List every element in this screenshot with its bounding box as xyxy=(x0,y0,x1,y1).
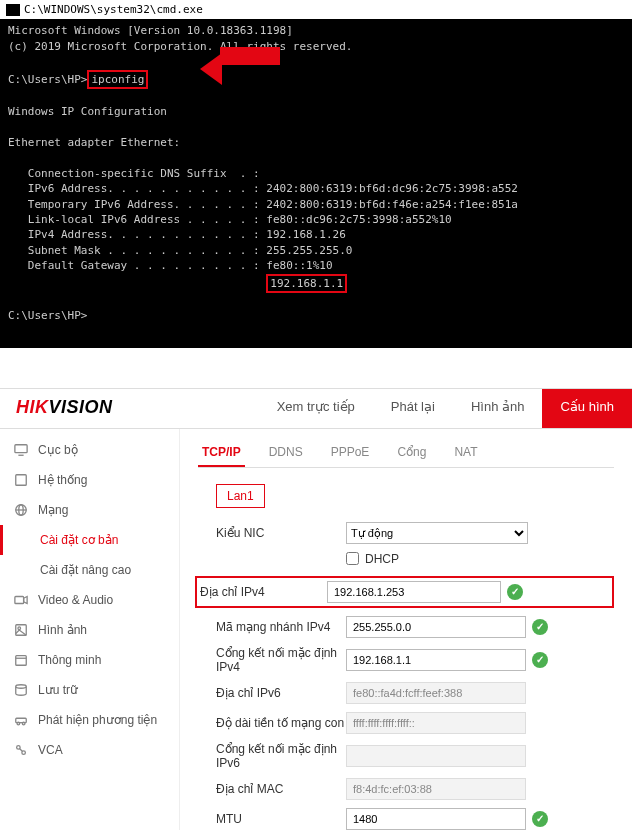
label-mtu: MTU xyxy=(216,812,346,826)
cmd-copyright: (c) 2019 Microsoft Corporation. All righ… xyxy=(8,39,624,54)
sidebar-item-advanced[interactable]: Cài đặt nâng cao xyxy=(0,555,179,585)
check-icon xyxy=(532,619,548,635)
vca-icon xyxy=(14,743,28,757)
cmd-gateway1: Default Gateway . . . . . . . . . : fe80… xyxy=(8,258,624,273)
cmd-title-text: C:\WINDOWS\system32\cmd.exe xyxy=(24,2,203,17)
sidebar-label: VCA xyxy=(38,743,63,757)
hik-nav: Xem trực tiếp Phát lại Hình ảnh Cấu hình xyxy=(259,389,632,428)
nav-live[interactable]: Xem trực tiếp xyxy=(259,389,373,428)
cmd-ipv6: IPv6 Address. . . . . . . . . . . : 2402… xyxy=(8,181,624,196)
label-ipv4: Địa chỉ IPv4 xyxy=(200,585,327,599)
sidebar-item-smart[interactable]: Thông minh xyxy=(0,645,179,675)
tab-port[interactable]: Cổng xyxy=(393,439,430,467)
svg-point-9 xyxy=(18,627,21,630)
row-nic: Kiểu NIC Tự động xyxy=(198,522,614,544)
content: TCP/IP DDNS PPPoE Cổng NAT Lan1 Kiểu NIC… xyxy=(180,429,632,830)
svg-rect-2 xyxy=(16,475,27,486)
sidebar-item-system[interactable]: Hệ thống xyxy=(0,465,179,495)
cmd-blank xyxy=(8,89,624,104)
system-icon xyxy=(14,473,28,487)
tab-ddns[interactable]: DDNS xyxy=(265,439,307,467)
check-icon xyxy=(532,811,548,827)
svg-rect-6 xyxy=(15,596,24,603)
cmd-ipv4: IPv4 Address. . . . . . . . . . . : 192.… xyxy=(8,227,624,242)
hik-header: HIKVISION Xem trực tiếp Phát lại Hình ản… xyxy=(0,389,632,429)
sidebar-item-video[interactable]: Video & Audio xyxy=(0,585,179,615)
cmd-blank xyxy=(8,293,624,308)
cmd-prompt2: C:\Users\HP> xyxy=(8,308,624,323)
cmd-dns-suffix: Connection-specific DNS Suffix . : xyxy=(8,166,624,181)
cmd-version: Microsoft Windows [Version 10.0.18363.11… xyxy=(8,23,624,38)
label-ipv6: Địa chỉ IPv6 xyxy=(216,686,346,700)
input-ipv6-prefix xyxy=(346,712,526,734)
cmd-prompt1: C:\Users\HP>ipconfig xyxy=(8,70,624,89)
monitor-icon xyxy=(14,443,28,457)
tabs: TCP/IP DDNS PPPoE Cổng NAT xyxy=(198,439,614,468)
ipconfig-highlight: ipconfig xyxy=(87,70,148,89)
cmd-gateway2: 192.168.1.1 xyxy=(8,274,624,293)
row-mac: Địa chỉ MAC xyxy=(198,778,614,800)
image-icon xyxy=(14,623,28,637)
svg-line-18 xyxy=(20,749,23,752)
input-ipv6 xyxy=(346,682,526,704)
cmd-subnet: Subnet Mask . . . . . . . . . . . : 255.… xyxy=(8,243,624,258)
sidebar-label: Hình ảnh xyxy=(38,623,87,637)
sidebar-item-image[interactable]: Hình ảnh xyxy=(0,615,179,645)
check-icon xyxy=(507,584,523,600)
nav-config[interactable]: Cấu hình xyxy=(542,389,632,428)
svg-point-12 xyxy=(16,685,27,689)
nav-image[interactable]: Hình ảnh xyxy=(453,389,543,428)
svg-point-16 xyxy=(17,745,21,749)
cmd-blank xyxy=(8,54,624,69)
input-mtu[interactable] xyxy=(346,808,526,830)
cmd-blank xyxy=(8,151,624,166)
sidebar-label: Cài đặt nâng cao xyxy=(40,563,131,577)
input-subnet[interactable] xyxy=(346,616,526,638)
cmd-body: Microsoft Windows [Version 10.0.18363.11… xyxy=(0,19,632,327)
sidebar-item-network[interactable]: Mạng xyxy=(0,495,179,525)
cmd-ipconfig-header: Windows IP Configuration xyxy=(8,104,624,119)
video-icon xyxy=(14,593,28,607)
sidebar-item-vehicle[interactable]: Phát hiện phương tiện xyxy=(0,705,179,735)
globe-icon xyxy=(14,503,28,517)
vehicle-icon xyxy=(14,713,28,727)
sidebar: Cục bộ Hệ thống Mạng Cài đặt cơ bản Cài … xyxy=(0,429,180,830)
sidebar-item-storage[interactable]: Lưu trữ xyxy=(0,675,179,705)
checkbox-dhcp[interactable] xyxy=(346,552,359,565)
cmd-link-local: Link-local IPv6 Address . . . . . : fe80… xyxy=(8,212,624,227)
row-subnet: Mã mạng nhánh IPv4 xyxy=(198,616,614,638)
cmd-temp-ipv6: Temporary IPv6 Address. . . . . . : 2402… xyxy=(8,197,624,212)
svg-rect-10 xyxy=(16,655,27,665)
sidebar-label: Cục bộ xyxy=(38,443,78,457)
sidebar-label: Video & Audio xyxy=(38,593,113,607)
sidebar-item-vca[interactable]: VCA xyxy=(0,735,179,765)
sidebar-label: Thông minh xyxy=(38,653,101,667)
tab-tcpip[interactable]: TCP/IP xyxy=(198,439,245,467)
label-ipv6-gw: Cổng kết nối mặc định IPv6 xyxy=(216,742,346,770)
lan-tab[interactable]: Lan1 xyxy=(216,484,265,508)
nav-playback[interactable]: Phát lại xyxy=(373,389,453,428)
input-gw[interactable] xyxy=(346,649,526,671)
input-ipv6-gw xyxy=(346,745,526,767)
hikvision-app: HIKVISION Xem trực tiếp Phát lại Hình ản… xyxy=(0,388,632,830)
row-gateway: Cổng kết nối mặc định IPv4 xyxy=(198,646,614,674)
cmd-window: C:\WINDOWS\system32\cmd.exe Microsoft Wi… xyxy=(0,0,632,348)
svg-point-14 xyxy=(17,722,20,725)
hik-body: Cục bộ Hệ thống Mạng Cài đặt cơ bản Cài … xyxy=(0,429,632,830)
sidebar-item-local[interactable]: Cục bộ xyxy=(0,435,179,465)
label-mac: Địa chỉ MAC xyxy=(216,782,346,796)
select-nic[interactable]: Tự động xyxy=(346,522,528,544)
sidebar-item-basic[interactable]: Cài đặt cơ bản xyxy=(0,525,179,555)
tab-pppoe[interactable]: PPPoE xyxy=(327,439,374,467)
calendar-icon xyxy=(14,653,28,667)
tab-nat[interactable]: NAT xyxy=(450,439,481,467)
cmd-blank xyxy=(8,120,624,135)
sidebar-label: Phát hiện phương tiện xyxy=(38,713,157,727)
cmd-titlebar: C:\WINDOWS\system32\cmd.exe xyxy=(0,0,632,19)
label-subnet: Mã mạng nhánh IPv4 xyxy=(216,620,346,634)
hik-logo: HIKVISION xyxy=(0,389,129,428)
label-gw: Cổng kết nối mặc định IPv4 xyxy=(216,646,346,674)
input-ipv4[interactable] xyxy=(327,581,501,603)
svg-marker-7 xyxy=(24,596,28,603)
row-ipv6-gw: Cổng kết nối mặc định IPv6 xyxy=(198,742,614,770)
